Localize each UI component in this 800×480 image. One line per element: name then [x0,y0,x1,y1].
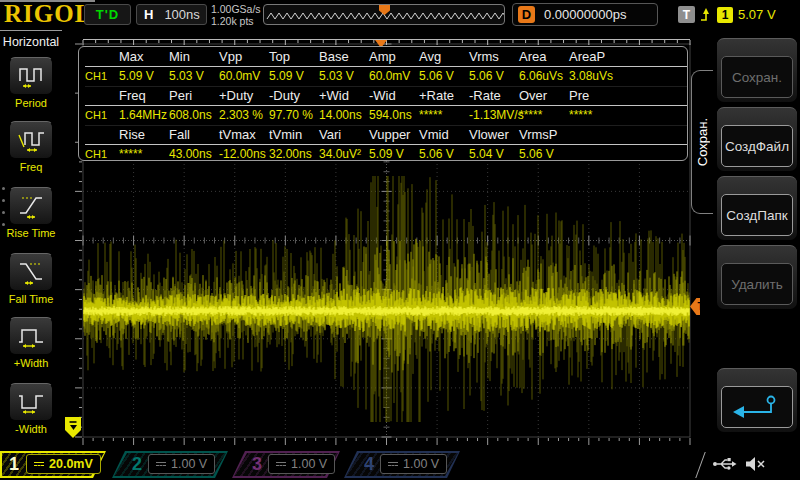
measure-value-cell: 3.08uVs [569,67,619,85]
measurements-panel: MaxMinVppTopBaseAmpAvgVrmsAreaAreaPCH15.… [78,46,688,161]
sidebar-item-minus-width[interactable]: -Width [9,383,53,421]
sidebar-item-label: Rise Time [0,227,62,239]
channel1-tab[interactable]: 1 20.0mV [0,451,106,478]
measure-value-cell: 43.00ns [169,145,219,161]
measure-header-cell: Top [269,48,319,66]
sidebar-item-label: Period [0,97,62,109]
measure-header-cell: +Rate [419,87,469,105]
measure-value-cell: 5.06 V [519,145,569,161]
channel-label: CH1 [85,67,119,85]
measure-header-cell: Pre [569,87,619,105]
menu-tab: Сохран. [691,70,713,214]
measure-header-cell: Vlower [469,126,519,144]
menu-button-label: Сохран. [721,56,793,98]
rise-time-icon [17,191,45,221]
measure-value-cell: ***** [519,106,569,124]
fall-time-icon [17,257,45,287]
scroll-dot [2,199,5,202]
delay-badge: D [518,6,535,23]
measure-header-cell: AreaP [569,48,619,66]
speaker-muted-icon [745,455,766,473]
measure-value-cell: 1.64MHz [119,106,169,124]
measure-value-cell: ***** [419,106,469,124]
memory-depth: 1.20k pts [211,15,261,27]
measure-header-cell: Freq [119,87,169,105]
channel-status-bar: 1 20.0mV 2 1.00 V 3 1.00 V [0,450,800,480]
channel-number: 4 [364,454,374,475]
channel-scale: 1.00 V [291,457,327,471]
measure-value-cell: 594.0ns [369,106,419,124]
delay-value: 0.00000000ps [544,7,626,22]
menu-button-label: Удалить [721,263,793,305]
measure-header-cell: Amp [369,48,419,66]
sidebar-item-label: -Width [0,423,62,435]
measure-header-cell: +Duty [219,87,269,105]
menu-button-new-file[interactable]: СоздФайл [717,107,797,171]
channel-scale: 20.0mV [49,457,93,471]
channel-label: CH1 [85,106,119,124]
menu-button-delete[interactable]: Удалить [717,245,797,309]
menu-button-new-folder[interactable]: СоздПапк [717,176,797,240]
horizontal-timebase-badge[interactable]: H 100ns [136,4,207,25]
horizontal-measure-sidebar: Horizontal Period Freq [0,30,62,451]
channel-scale-box: 1.00 V [268,454,335,474]
save-menu: Сохран. Сохран. СоздФайл СоздПапк Удалит… [700,30,800,450]
channel4-tab[interactable]: 4 1.00 V [344,451,460,478]
trigger-source-badge: 1 [717,7,733,23]
sidebar-item-freq[interactable]: Freq [9,121,53,159]
menu-button-save[interactable]: Сохран. [717,38,797,102]
measure-value-cell: -12.00ns [219,145,269,161]
measure-value-cell: 60.0mV [369,67,419,85]
period-icon [17,61,45,91]
sidebar-item-label: Fall Time [0,293,62,305]
channel-scale-box: 1.00 V [148,454,215,474]
menu-button-back[interactable] [717,368,797,432]
measure-header-cell: +Wid [319,87,369,105]
dc-coupling-icon [276,461,286,468]
measure-value-row: CH15.09 V5.03 V60.0mV5.09 V5.03 V60.0mV5… [85,67,687,86]
measure-header-cell: Max [119,48,169,66]
measure-header-cell: Vmid [419,126,469,144]
channel2-tab[interactable]: 2 1.00 V [112,451,228,478]
waveform-preview-strip[interactable] [263,4,505,25]
scroll-dot [2,187,5,190]
channel1-position-marker[interactable] [65,417,82,439]
delay-panel[interactable]: D 0.00000000ps [512,3,658,26]
measure-value-cell: 5.03 V [169,67,219,85]
sidebar-item-period[interactable]: Period [9,57,53,95]
sidebar-item-label: Freq [0,161,62,173]
header-bar: RIGOL T'D H 100ns 1.00GSa/s 1.20k pts D … [0,0,800,30]
channel-scale-box: 20.0mV [26,454,101,474]
dc-coupling-icon [156,461,166,468]
trigger-info-panel[interactable]: T 1 5.07 V [678,3,776,26]
rigol-logo: RIGOL [4,0,92,28]
measure-value-row: CH11.64MHz608.0ns2.303 %97.70 %14.00ns59… [85,106,687,125]
acquisition-info: 1.00GSa/s 1.20k pts [211,3,261,27]
measure-value-cell: 5.06 V [419,145,469,161]
measure-header-cell: tVmax [219,126,269,144]
channel-label: CH1 [85,145,119,161]
trigger-badge: T [678,6,695,23]
menu-button-label: СоздФайл [721,125,793,167]
plus-width-icon [17,321,45,351]
measure-value-cell: 5.09 V [269,67,319,85]
sidebar-item-plus-width[interactable]: +Width [9,317,53,355]
measure-header-cell: Fall [169,126,219,144]
measurements-table: MaxMinVppTopBaseAmpAvgVrmsAreaAreaPCH15.… [85,48,687,161]
channel-scale: 1.00 V [403,457,439,471]
measure-value-cell: ***** [119,145,169,161]
channel-number: 1 [9,454,19,475]
measure-header-cell: Vari [319,126,369,144]
measure-value-cell: 32.00ns [269,145,319,161]
sidebar-item-rise-time[interactable]: Rise Time [9,187,53,225]
measure-header-cell: Vrms [469,48,519,66]
sidebar-item-fall-time[interactable]: Fall Time [9,253,53,291]
channel3-tab[interactable]: 3 1.00 V [232,451,340,478]
measure-header-cell: -Duty [269,87,319,105]
measure-header-cell: Area [519,48,569,66]
measure-value-cell: 5.09 V [369,145,419,161]
measure-header-cell: Rise [119,126,169,144]
rising-edge-icon [700,6,712,23]
menu-button-label: СоздПапк [721,194,793,236]
trigger-level-value: 5.07 V [738,7,776,22]
